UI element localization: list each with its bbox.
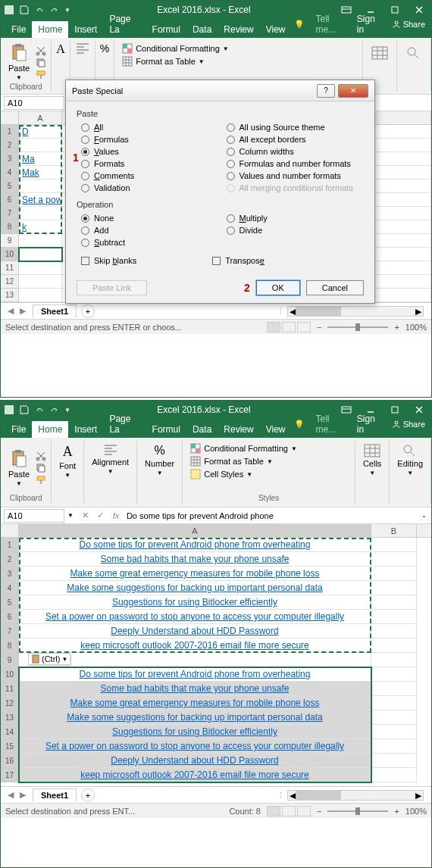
col-header-a[interactable]: A bbox=[19, 111, 62, 124]
row-header[interactable]: 2 bbox=[1, 552, 19, 567]
row-header[interactable]: 3 bbox=[1, 567, 19, 581]
row-header[interactable]: 7 bbox=[1, 207, 19, 220]
cell[interactable]: D bbox=[19, 125, 62, 139]
zoom-slider[interactable] bbox=[327, 326, 388, 328]
cell[interactable] bbox=[371, 538, 417, 552]
tell-me-icon[interactable]: 💡 bbox=[294, 20, 305, 30]
cell[interactable] bbox=[371, 682, 417, 696]
radio-subtract[interactable]: Subtract bbox=[81, 238, 219, 247]
row-header[interactable]: 12 bbox=[1, 696, 19, 710]
row-header[interactable]: 5 bbox=[1, 595, 19, 610]
cell[interactable]: Some bad habits that make your phone uns… bbox=[19, 682, 371, 696]
cell[interactable]: Deeply Understand about HDD Password bbox=[19, 624, 371, 639]
format-as-table-button[interactable]: Format as Table ▼ bbox=[187, 455, 350, 467]
cell[interactable] bbox=[371, 653, 417, 667]
save-icon[interactable] bbox=[19, 5, 30, 15]
cell[interactable] bbox=[371, 639, 417, 653]
tab-formulas[interactable]: Formul bbox=[146, 421, 186, 438]
cell[interactable] bbox=[371, 667, 417, 682]
redo-icon[interactable] bbox=[49, 5, 60, 15]
row-header[interactable]: 11 bbox=[1, 682, 19, 696]
cell[interactable] bbox=[371, 624, 417, 639]
radio-all-except-borders[interactable]: All except borders bbox=[227, 135, 365, 144]
sheet-prev-icon[interactable]: ◀ bbox=[5, 790, 16, 801]
row-header[interactable]: 16 bbox=[1, 754, 19, 768]
horizontal-scrollbar[interactable]: ◀▶ bbox=[287, 306, 424, 317]
cell[interactable]: Make some great emergency measures for m… bbox=[19, 696, 371, 710]
zoom-slider[interactable] bbox=[327, 810, 388, 812]
page-break-view-button[interactable] bbox=[297, 322, 311, 333]
tab-home[interactable]: Home bbox=[32, 421, 68, 438]
formula-input[interactable] bbox=[124, 509, 414, 523]
zoom-in-button[interactable]: + bbox=[394, 807, 399, 816]
radio-validation[interactable]: Validation bbox=[81, 183, 219, 192]
formula-dropdown[interactable]: ⌄ bbox=[421, 512, 427, 519]
tell-me[interactable]: Tell me... bbox=[309, 411, 349, 438]
save-icon[interactable] bbox=[19, 404, 30, 415]
cut-icon[interactable] bbox=[36, 45, 46, 56]
copy-icon[interactable] bbox=[36, 463, 46, 473]
tab-data[interactable]: Data bbox=[186, 421, 218, 438]
cell[interactable]: keep microsoft outlook 2007-2016 email f… bbox=[19, 639, 371, 653]
redo-icon[interactable] bbox=[49, 404, 60, 415]
cell[interactable]: Set a pow bbox=[19, 193, 62, 207]
cell[interactable] bbox=[371, 567, 417, 581]
row-header[interactable]: 17 bbox=[1, 768, 19, 782]
cell[interactable]: Make some great emergency measures for m… bbox=[19, 567, 371, 581]
cell[interactable] bbox=[19, 653, 371, 667]
format-as-table-button[interactable]: Format as Table ▼ bbox=[119, 55, 358, 67]
row-header[interactable]: 10 bbox=[1, 667, 19, 682]
tab-insert[interactable]: Insert bbox=[68, 421, 103, 438]
number-group-button[interactable]: %Number▼ bbox=[142, 442, 177, 478]
col-header-b[interactable]: B bbox=[371, 524, 417, 537]
tab-view[interactable]: View bbox=[260, 21, 292, 38]
zoom-out-button[interactable]: − bbox=[317, 807, 321, 816]
cell[interactable]: Suggestions for using Bitlocker efficien… bbox=[19, 725, 371, 739]
row-header[interactable]: 11 bbox=[1, 261, 19, 275]
paste-button[interactable]: Paste ▼ bbox=[5, 448, 33, 489]
format-painter-icon[interactable] bbox=[36, 70, 46, 80]
row-header[interactable]: 4 bbox=[1, 166, 19, 180]
row-header[interactable]: 9 bbox=[1, 234, 19, 248]
cell[interactable]: Set a power on password to stop anyone t… bbox=[19, 739, 371, 754]
row-header[interactable]: 1 bbox=[1, 538, 19, 552]
cell[interactable] bbox=[371, 552, 417, 567]
cell[interactable] bbox=[371, 739, 417, 754]
zoom-level[interactable]: 100% bbox=[405, 807, 427, 816]
cell[interactable] bbox=[19, 261, 62, 275]
cell[interactable] bbox=[371, 768, 417, 782]
cell[interactable]: Mak bbox=[19, 166, 62, 180]
radio-all-using-source-theme[interactable]: All using Source theme bbox=[227, 123, 365, 132]
conditional-formatting-button[interactable]: Conditional Formatting ▼ bbox=[119, 42, 358, 55]
cancel-button[interactable]: Cancel bbox=[306, 280, 364, 295]
tab-review[interactable]: Review bbox=[218, 421, 259, 438]
format-painter-icon[interactable] bbox=[36, 475, 46, 486]
tab-formulas[interactable]: Formul bbox=[146, 21, 186, 38]
row-header[interactable]: 8 bbox=[1, 639, 19, 653]
namebox-dropdown[interactable]: ▼ bbox=[67, 512, 74, 519]
cell[interactable]: Deeply Understand about HDD Password bbox=[19, 754, 371, 768]
select-all-corner[interactable] bbox=[1, 111, 19, 124]
radio-comments[interactable]: Comments bbox=[81, 171, 219, 180]
radio-multiply[interactable]: Multiply bbox=[227, 214, 365, 223]
tab-data[interactable]: Data bbox=[186, 21, 218, 38]
radio-none[interactable]: None bbox=[81, 214, 219, 223]
cell[interactable]: Make some suggestions for backing up imp… bbox=[19, 581, 371, 595]
tell-me-icon[interactable]: 💡 bbox=[294, 420, 305, 429]
page-layout-view-button[interactable] bbox=[282, 806, 296, 816]
radio-add[interactable]: Add bbox=[81, 226, 219, 235]
share[interactable]: Share bbox=[386, 17, 431, 32]
name-box[interactable] bbox=[4, 96, 64, 110]
tab-page-layout[interactable]: Page La bbox=[103, 11, 146, 38]
row-header[interactable]: 6 bbox=[1, 610, 19, 624]
conditional-formatting-button[interactable]: Conditional Formatting ▼ bbox=[187, 442, 350, 454]
dialog-close-button[interactable]: ✕ bbox=[338, 84, 368, 98]
row-header[interactable]: 8 bbox=[1, 220, 19, 234]
cell[interactable] bbox=[19, 180, 62, 193]
row-header[interactable]: 15 bbox=[1, 739, 19, 754]
tell-me[interactable]: Tell me... bbox=[309, 11, 349, 38]
radio-formulas-and-number-formats[interactable]: Formulas and number formats bbox=[227, 159, 365, 168]
cell[interactable] bbox=[371, 610, 417, 624]
dialog-help-button[interactable]: ? bbox=[317, 84, 335, 98]
cell[interactable]: Some bad habits that make your phone uns… bbox=[19, 552, 371, 567]
